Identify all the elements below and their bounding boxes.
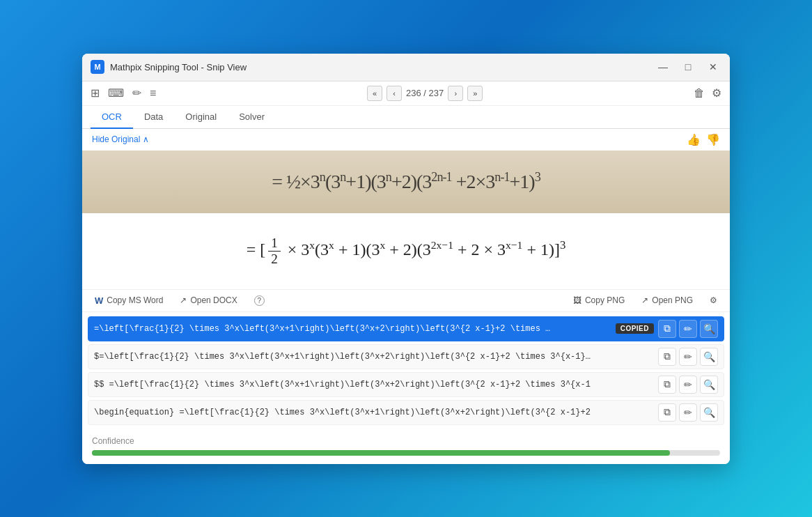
copy-msword-button[interactable]: W Copy MS Word [92, 294, 166, 307]
help-icon: ? [254, 295, 265, 306]
open-png-label: Open PNG [652, 295, 693, 305]
title-bar-left: M Mathpix Snipping Tool - Snip View [91, 60, 247, 74]
toolbar-right: 🗑 ⚙ [694, 86, 721, 100]
toolbar-tools: ⊞ ⌨ ✏ ≡ [91, 86, 156, 100]
copy-row-4-button[interactable]: ⧉ [658, 403, 676, 422]
original-image-area: = ½×3n(3n+1)(3n+2)(32n-1 +2×3n-1+1)3 [82, 151, 730, 213]
search-row-1-button[interactable]: 🔍 [700, 320, 718, 338]
word-icon: W [95, 295, 103, 306]
code-row-3-text: $$ =\left[\frac{1}{2} \times 3^x\left(3^… [94, 380, 658, 389]
last-page-button[interactable]: » [467, 86, 483, 101]
open-docx-label: Open DOCX [190, 295, 237, 305]
settings-icon[interactable]: ⚙ [712, 86, 721, 100]
open-docx-button[interactable]: ↗ Open DOCX [177, 294, 240, 307]
edit-icon[interactable]: ✏ [132, 86, 141, 100]
options-icon: ⚙ [710, 295, 717, 305]
confidence-bar-background [92, 450, 720, 456]
menu-icon[interactable]: ≡ [150, 87, 156, 100]
tab-solver[interactable]: Solver [228, 106, 276, 129]
monitor-icon[interactable]: ⊞ [91, 86, 100, 100]
copy-png-icon: 🖼 [573, 295, 581, 305]
open-docx-icon: ↗ [180, 295, 187, 305]
action-bar-right: 🖼 Copy PNG ↗ Open PNG ⚙ [570, 294, 720, 307]
hide-original-bar: Hide Original ∧ 👍 👎 [82, 129, 730, 151]
keyboard-icon[interactable]: ⌨ [108, 86, 124, 100]
help-button[interactable]: ? [251, 294, 267, 307]
code-row-4-text: \begin{equation} =\left[\frac{1}{2} \tim… [94, 408, 658, 417]
app-window: M Mathpix Snipping Tool - Snip View — □ … [82, 54, 730, 464]
hide-original-button[interactable]: Hide Original ∧ [92, 134, 149, 144]
copy-png-label: Copy PNG [585, 295, 625, 305]
maximize-button[interactable]: □ [680, 59, 696, 75]
code-row-2[interactable]: $=\left[\frac{1}{2} \times 3^x\left(3^x+… [88, 344, 724, 369]
thumbs-controls: 👍 👎 [687, 133, 720, 146]
delete-icon[interactable]: 🗑 [694, 87, 705, 100]
thumbs-down-button[interactable]: 👎 [706, 133, 720, 146]
tab-data[interactable]: Data [133, 106, 174, 129]
edit-row-1-button[interactable]: ✏ [679, 320, 697, 338]
search-row-2-button[interactable]: 🔍 [700, 348, 718, 366]
thumbs-up-button[interactable]: 👍 [687, 133, 701, 146]
nav-controls: « ‹ 236 / 237 › » [367, 86, 483, 101]
code-row-4-actions: ⧉ ✏ 🔍 [658, 403, 718, 422]
hide-original-label: Hide Original [92, 134, 140, 144]
action-bar: W Copy MS Word ↗ Open DOCX ? 🖼 Copy PNG … [82, 290, 730, 312]
close-button[interactable]: ✕ [705, 59, 721, 75]
code-row-1[interactable]: =\left[\frac{1}{2} \times 3^x\left(3^x+1… [88, 316, 724, 341]
search-row-3-button[interactable]: 🔍 [700, 376, 718, 394]
math-render-area: = [ 1 2 × 3x(3x + 1)(3x + 2)(32x−1 + 2 ×… [82, 213, 730, 290]
copy-msword-label: Copy MS Word [107, 295, 163, 305]
open-png-icon: ↗ [641, 295, 648, 305]
window-controls: — □ ✕ [655, 59, 721, 75]
action-bar-left: W Copy MS Word ↗ Open DOCX ? [92, 294, 267, 307]
tab-bar: OCR Data Original Solver [82, 106, 730, 129]
minimize-button[interactable]: — [655, 59, 671, 75]
copy-row-1-button[interactable]: ⧉ [658, 320, 676, 338]
code-row-3[interactable]: $$ =\left[\frac{1}{2} \times 3^x\left(3^… [88, 372, 724, 397]
tab-original[interactable]: Original [174, 106, 228, 129]
confidence-section: Confidence [82, 429, 730, 464]
copied-badge: COPIED [616, 323, 654, 334]
code-row-1-text: =\left[\frac{1}{2} \times 3^x\left(3^x+1… [94, 324, 616, 334]
math-formula: = [ 1 2 × 3x(3x + 1)(3x + 2)(32x−1 + 2 ×… [247, 236, 566, 267]
edit-row-4-button[interactable]: ✏ [679, 403, 697, 422]
first-page-button[interactable]: « [367, 86, 382, 101]
prev-page-button[interactable]: ‹ [387, 86, 402, 101]
search-row-4-button[interactable]: 🔍 [700, 403, 718, 422]
copy-png-button[interactable]: 🖼 Copy PNG [570, 294, 627, 307]
next-page-button[interactable]: › [448, 86, 463, 101]
highlight-overlay [82, 151, 730, 213]
chevron-up-icon: ∧ [143, 134, 149, 144]
open-png-button[interactable]: ↗ Open PNG [639, 294, 696, 307]
copy-row-3-button[interactable]: ⧉ [658, 376, 676, 394]
edit-row-2-button[interactable]: ✏ [679, 348, 697, 366]
code-rows-container: =\left[\frac{1}{2} \times 3^x\left(3^x+1… [82, 312, 730, 429]
toolbar: ⊞ ⌨ ✏ ≡ « ‹ 236 / 237 › » 🗑 ⚙ [82, 82, 730, 106]
window-title: Mathpix Snipping Tool - Snip View [110, 62, 247, 72]
tab-ocr[interactable]: OCR [91, 106, 133, 129]
title-bar: M Mathpix Snipping Tool - Snip View — □ … [82, 54, 730, 82]
app-icon: M [91, 60, 104, 74]
options-button[interactable]: ⚙ [707, 294, 720, 307]
confidence-label: Confidence [92, 436, 720, 446]
confidence-bar-fill [92, 450, 670, 456]
code-row-2-actions: ⧉ ✏ 🔍 [658, 348, 718, 366]
copy-row-2-button[interactable]: ⧉ [658, 348, 676, 366]
code-row-4[interactable]: \begin{equation} =\left[\frac{1}{2} \tim… [88, 400, 724, 425]
code-row-1-actions: ⧉ ✏ 🔍 [658, 320, 718, 338]
edit-row-3-button[interactable]: ✏ [679, 376, 697, 394]
code-row-2-text: $=\left[\frac{1}{2} \times 3^x\left(3^x+… [94, 352, 658, 362]
page-counter: 236 / 237 [406, 88, 444, 98]
code-row-3-actions: ⧉ ✏ 🔍 [658, 376, 718, 394]
